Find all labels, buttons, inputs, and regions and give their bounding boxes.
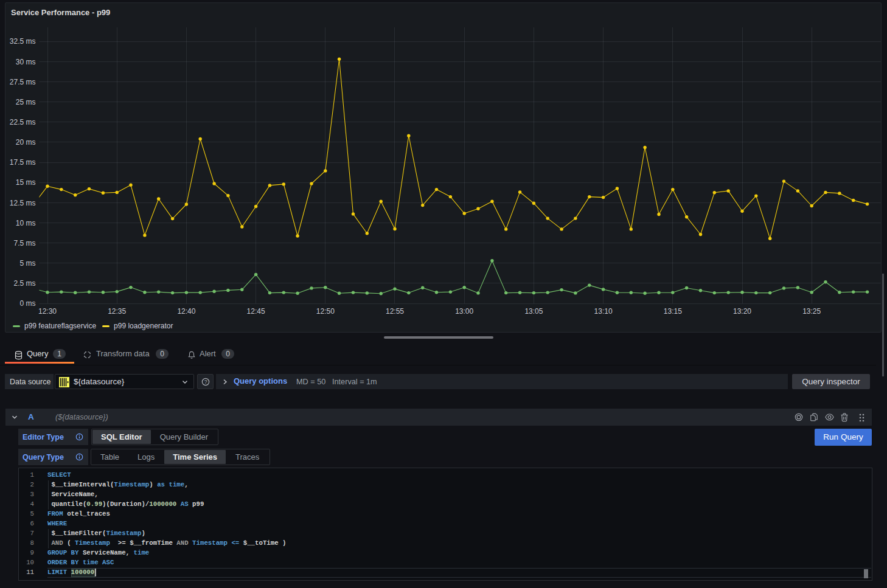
svg-text:2.5 ms: 2.5 ms [13, 279, 35, 288]
svg-text:13:05: 13:05 [524, 307, 543, 316]
svg-text:5 ms: 5 ms [19, 259, 35, 268]
svg-text:25 ms: 25 ms [16, 98, 36, 106]
svg-text:12.5 ms: 12.5 ms [10, 199, 36, 207]
svg-text:12:40: 12:40 [177, 307, 195, 316]
svg-text:12:35: 12:35 [108, 307, 126, 316]
svg-text:12:50: 12:50 [316, 307, 335, 316]
svg-text:13:10: 13:10 [594, 307, 613, 316]
svg-text:30 ms: 30 ms [16, 58, 36, 66]
svg-text:0 ms: 0 ms [19, 299, 35, 308]
svg-text:?: ? [204, 379, 207, 385]
svg-text:17.5 ms: 17.5 ms [10, 158, 36, 167]
svg-text:10 ms: 10 ms [16, 219, 36, 227]
svg-text:15 ms: 15 ms [16, 178, 36, 187]
svg-text:13:20: 13:20 [733, 307, 751, 316]
svg-text:20 ms: 20 ms [16, 138, 36, 147]
svg-text:27.5 ms: 27.5 ms [10, 78, 36, 86]
svg-text:13:15: 13:15 [664, 307, 682, 316]
svg-text:13:00: 13:00 [455, 307, 473, 316]
svg-text:13:25: 13:25 [802, 307, 821, 316]
svg-text:22.5 ms: 22.5 ms [10, 118, 36, 126]
svg-text:7.5 ms: 7.5 ms [13, 239, 35, 247]
svg-text:12:55: 12:55 [386, 307, 404, 316]
svg-text:32.5 ms: 32.5 ms [10, 37, 36, 46]
svg-text:12:30: 12:30 [38, 307, 57, 316]
svg-text:12:45: 12:45 [247, 307, 265, 316]
